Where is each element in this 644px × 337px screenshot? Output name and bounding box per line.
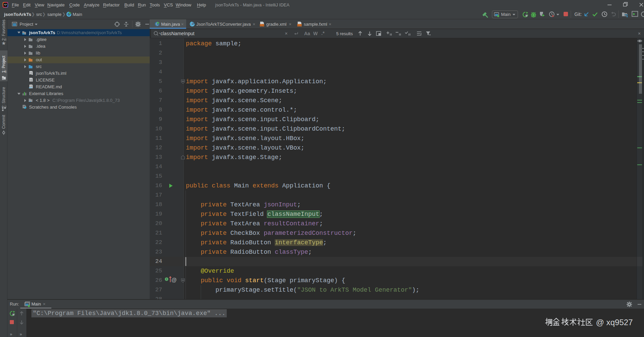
svg-text:</>: </>	[260, 24, 264, 27]
svg-text:@ xq9527: @ xq9527	[596, 318, 633, 327]
svg-text:MD: MD	[29, 87, 32, 88]
svg-text:</>: </>	[297, 24, 302, 27]
svg-text:C: C	[191, 22, 194, 26]
